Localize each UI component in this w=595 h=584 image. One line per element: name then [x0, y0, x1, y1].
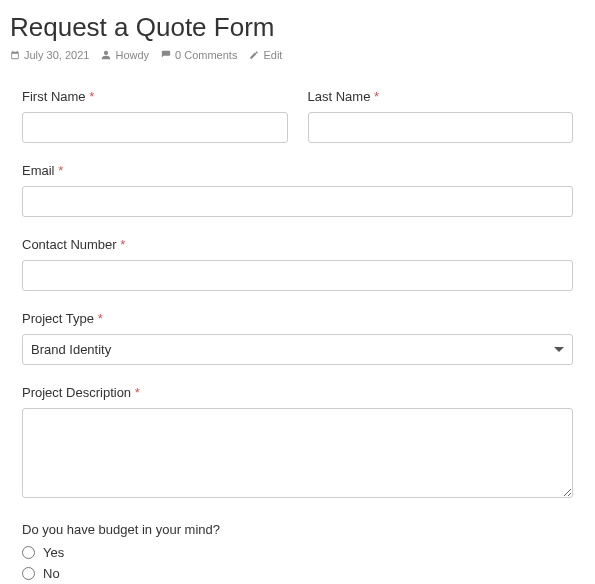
meta-author[interactable]: Howdy [101, 49, 149, 61]
project-desc-textarea[interactable] [22, 408, 573, 498]
meta-date: July 30, 2021 [10, 49, 89, 61]
post-meta: July 30, 2021 Howdy 0 Comments Edit [10, 49, 585, 61]
required-mark: * [98, 311, 103, 326]
meta-date-text: July 30, 2021 [24, 49, 89, 61]
budget-yes-label: Yes [43, 545, 64, 560]
contact-input[interactable] [22, 260, 573, 291]
budget-yes-radio[interactable] [22, 546, 35, 559]
last-name-label-text: Last Name [308, 89, 371, 104]
page-title: Request a Quote Form [10, 12, 585, 43]
required-mark: * [135, 385, 140, 400]
project-type-select[interactable]: Brand Identity [22, 334, 573, 365]
meta-author-link[interactable]: Howdy [115, 49, 149, 61]
last-name-input[interactable] [308, 112, 574, 143]
calendar-icon [10, 50, 20, 60]
contact-label-text: Contact Number [22, 237, 117, 252]
project-type-label: Project Type * [22, 311, 573, 326]
quote-form: First Name * Last Name * Email * Contact… [10, 89, 585, 584]
budget-no-row[interactable]: No [22, 566, 573, 581]
comment-icon [161, 50, 171, 60]
budget-radio-group: Yes No [22, 545, 573, 581]
edit-icon [249, 50, 259, 60]
contact-label: Contact Number * [22, 237, 573, 252]
budget-no-radio[interactable] [22, 567, 35, 580]
email-input[interactable] [22, 186, 573, 217]
meta-comments-link[interactable]: 0 Comments [175, 49, 237, 61]
meta-edit-link[interactable]: Edit [263, 49, 282, 61]
required-mark: * [374, 89, 379, 104]
first-name-label: First Name * [22, 89, 288, 104]
email-label-text: Email [22, 163, 55, 178]
budget-question-label: Do you have budget in your mind? [22, 522, 573, 537]
email-label: Email * [22, 163, 573, 178]
meta-edit[interactable]: Edit [249, 49, 282, 61]
budget-yes-row[interactable]: Yes [22, 545, 573, 560]
required-mark: * [120, 237, 125, 252]
first-name-label-text: First Name [22, 89, 86, 104]
project-desc-label-text: Project Description [22, 385, 131, 400]
project-type-label-text: Project Type [22, 311, 94, 326]
budget-no-label: No [43, 566, 60, 581]
last-name-label: Last Name * [308, 89, 574, 104]
required-mark: * [58, 163, 63, 178]
user-icon [101, 50, 111, 60]
meta-comments[interactable]: 0 Comments [161, 49, 237, 61]
project-desc-label: Project Description * [22, 385, 573, 400]
required-mark: * [89, 89, 94, 104]
first-name-input[interactable] [22, 112, 288, 143]
